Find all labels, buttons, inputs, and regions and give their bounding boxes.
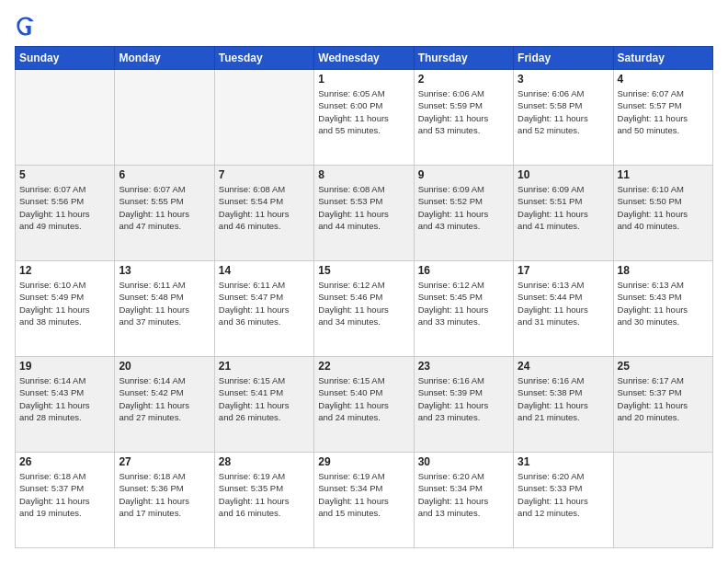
weekday-header-tuesday: Tuesday [214,47,313,70]
week-row-5: 26Sunrise: 6:18 AM Sunset: 5:37 PM Dayli… [16,453,713,548]
day-info: Sunrise: 6:06 AM Sunset: 5:59 PM Dayligh… [418,87,509,136]
header [15,15,713,37]
day-info: Sunrise: 6:10 AM Sunset: 5:50 PM Dayligh… [618,183,709,232]
day-number: 2 [418,73,509,86]
calendar-cell: 21Sunrise: 6:15 AM Sunset: 5:41 PM Dayli… [214,357,313,453]
day-number: 18 [618,264,709,277]
day-info: Sunrise: 6:09 AM Sunset: 5:51 PM Dayligh… [518,183,609,232]
day-info: Sunrise: 6:17 AM Sunset: 5:37 PM Dayligh… [618,374,709,423]
day-number: 27 [119,455,210,468]
calendar-cell: 1Sunrise: 6:05 AM Sunset: 6:00 PM Daylig… [314,70,414,166]
calendar-cell: 23Sunrise: 6:16 AM Sunset: 5:39 PM Dayli… [414,357,513,453]
day-number: 5 [19,168,110,181]
calendar-cell: 24Sunrise: 6:16 AM Sunset: 5:38 PM Dayli… [514,357,613,453]
day-info: Sunrise: 6:11 AM Sunset: 5:47 PM Dayligh… [219,279,310,327]
day-info: Sunrise: 6:18 AM Sunset: 5:37 PM Dayligh… [19,470,110,519]
day-number: 8 [318,168,409,181]
day-info: Sunrise: 6:07 AM Sunset: 5:55 PM Dayligh… [119,183,210,232]
calendar-cell: 7Sunrise: 6:08 AM Sunset: 5:54 PM Daylig… [214,166,313,261]
calendar-cell: 12Sunrise: 6:10 AM Sunset: 5:49 PM Dayli… [16,261,115,357]
day-info: Sunrise: 6:16 AM Sunset: 5:38 PM Dayligh… [518,374,609,423]
weekday-header-wednesday: Wednesday [314,47,414,70]
calendar-cell: 5Sunrise: 6:07 AM Sunset: 5:56 PM Daylig… [16,166,115,261]
day-number: 12 [19,264,110,277]
day-number: 22 [318,360,409,373]
day-info: Sunrise: 6:10 AM Sunset: 5:49 PM Dayligh… [19,279,110,327]
calendar-cell: 30Sunrise: 6:20 AM Sunset: 5:34 PM Dayli… [414,453,513,548]
day-number: 28 [219,455,310,468]
weekday-header-thursday: Thursday [414,47,513,70]
calendar-cell: 25Sunrise: 6:17 AM Sunset: 5:37 PM Dayli… [613,357,712,453]
calendar-cell [115,70,214,166]
week-row-4: 19Sunrise: 6:14 AM Sunset: 5:43 PM Dayli… [16,357,713,453]
calendar-cell: 16Sunrise: 6:12 AM Sunset: 5:45 PM Dayli… [414,261,513,357]
calendar-cell: 15Sunrise: 6:12 AM Sunset: 5:46 PM Dayli… [314,261,414,357]
weekday-header-row: SundayMondayTuesdayWednesdayThursdayFrid… [16,47,713,70]
calendar-cell [16,70,115,166]
day-info: Sunrise: 6:08 AM Sunset: 5:54 PM Dayligh… [219,183,310,232]
day-info: Sunrise: 6:20 AM Sunset: 5:33 PM Dayligh… [518,470,609,519]
weekday-header-friday: Friday [514,47,613,70]
calendar-cell: 29Sunrise: 6:19 AM Sunset: 5:34 PM Dayli… [314,453,414,548]
calendar-cell: 28Sunrise: 6:19 AM Sunset: 5:35 PM Dayli… [214,453,313,548]
logo-icon [15,15,37,37]
day-number: 9 [418,168,509,181]
day-number: 10 [518,168,609,181]
day-number: 17 [518,264,609,277]
calendar-cell: 3Sunrise: 6:06 AM Sunset: 5:58 PM Daylig… [514,70,613,166]
day-number: 11 [618,168,709,181]
week-row-1: 1Sunrise: 6:05 AM Sunset: 6:00 PM Daylig… [16,70,713,166]
day-info: Sunrise: 6:12 AM Sunset: 5:46 PM Dayligh… [318,279,409,327]
day-info: Sunrise: 6:06 AM Sunset: 5:58 PM Dayligh… [518,87,609,136]
day-number: 30 [418,455,509,468]
day-info: Sunrise: 6:20 AM Sunset: 5:34 PM Dayligh… [418,470,509,519]
calendar-table: SundayMondayTuesdayWednesdayThursdayFrid… [15,46,713,548]
day-info: Sunrise: 6:14 AM Sunset: 5:42 PM Dayligh… [119,374,210,423]
calendar-cell: 22Sunrise: 6:15 AM Sunset: 5:40 PM Dayli… [314,357,414,453]
day-info: Sunrise: 6:16 AM Sunset: 5:39 PM Dayligh… [418,374,509,423]
calendar-cell: 14Sunrise: 6:11 AM Sunset: 5:47 PM Dayli… [214,261,313,357]
day-info: Sunrise: 6:12 AM Sunset: 5:45 PM Dayligh… [418,279,509,327]
calendar-cell [214,70,313,166]
day-number: 1 [318,73,409,86]
page: SundayMondayTuesdayWednesdayThursdayFrid… [0,0,728,563]
calendar-cell: 20Sunrise: 6:14 AM Sunset: 5:42 PM Dayli… [115,357,214,453]
calendar-cell: 31Sunrise: 6:20 AM Sunset: 5:33 PM Dayli… [514,453,613,548]
day-number: 6 [119,168,210,181]
day-number: 13 [119,264,210,277]
week-row-3: 12Sunrise: 6:10 AM Sunset: 5:49 PM Dayli… [16,261,713,357]
day-number: 7 [219,168,310,181]
calendar-cell [613,453,712,548]
day-info: Sunrise: 6:15 AM Sunset: 5:41 PM Dayligh… [219,374,310,423]
calendar-cell: 13Sunrise: 6:11 AM Sunset: 5:48 PM Dayli… [115,261,214,357]
day-info: Sunrise: 6:11 AM Sunset: 5:48 PM Dayligh… [119,279,210,327]
day-number: 20 [119,360,210,373]
day-info: Sunrise: 6:19 AM Sunset: 5:35 PM Dayligh… [219,470,310,519]
day-number: 15 [318,264,409,277]
day-info: Sunrise: 6:07 AM Sunset: 5:56 PM Dayligh… [19,183,110,232]
day-number: 4 [618,73,709,86]
calendar-cell: 19Sunrise: 6:14 AM Sunset: 5:43 PM Dayli… [16,357,115,453]
calendar-cell: 8Sunrise: 6:08 AM Sunset: 5:53 PM Daylig… [314,166,414,261]
day-number: 25 [618,360,709,373]
week-row-2: 5Sunrise: 6:07 AM Sunset: 5:56 PM Daylig… [16,166,713,261]
calendar-cell: 26Sunrise: 6:18 AM Sunset: 5:37 PM Dayli… [16,453,115,548]
logo [15,15,40,37]
calendar-cell: 17Sunrise: 6:13 AM Sunset: 5:44 PM Dayli… [514,261,613,357]
day-number: 24 [518,360,609,373]
day-info: Sunrise: 6:09 AM Sunset: 5:52 PM Dayligh… [418,183,509,232]
day-info: Sunrise: 6:13 AM Sunset: 5:43 PM Dayligh… [618,279,709,327]
calendar-cell: 11Sunrise: 6:10 AM Sunset: 5:50 PM Dayli… [613,166,712,261]
day-info: Sunrise: 6:08 AM Sunset: 5:53 PM Dayligh… [318,183,409,232]
day-number: 3 [518,73,609,86]
day-number: 23 [418,360,509,373]
day-number: 14 [219,264,310,277]
calendar-cell: 6Sunrise: 6:07 AM Sunset: 5:55 PM Daylig… [115,166,214,261]
weekday-header-sunday: Sunday [16,47,115,70]
day-number: 19 [19,360,110,373]
day-info: Sunrise: 6:15 AM Sunset: 5:40 PM Dayligh… [318,374,409,423]
day-info: Sunrise: 6:07 AM Sunset: 5:57 PM Dayligh… [618,87,709,136]
calendar-cell: 18Sunrise: 6:13 AM Sunset: 5:43 PM Dayli… [613,261,712,357]
day-number: 21 [219,360,310,373]
day-info: Sunrise: 6:05 AM Sunset: 6:00 PM Dayligh… [318,87,409,136]
